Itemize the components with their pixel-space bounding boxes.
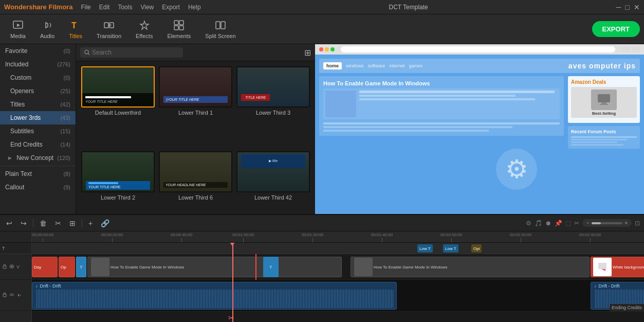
minimize-button[interactable]: ─ [616,3,621,11]
clip-day[interactable]: Day [32,257,58,277]
recent-posts [323,122,560,132]
audio-eye-icon[interactable] [9,292,14,299]
audio-label-1: Drift - Drift [40,283,61,289]
redo-button[interactable]: ↪ [19,218,29,228]
sidebar-item-custom[interactable]: Custom (0) [0,71,76,84]
audio-lock-icon[interactable] [2,292,7,299]
delete-button[interactable]: 🗑 [38,218,49,228]
svg-rect-2 [104,23,108,28]
clip-thumbnail [354,258,373,276]
product-mockup: Best-Selling [591,90,617,116]
menu-view[interactable]: View [140,4,154,11]
cut-line [255,254,256,280]
sidebar-item-subtitles[interactable]: Subtitles (15) [0,124,76,138]
menu-help[interactable]: Help [188,4,201,11]
sidebar-item-lower3rds[interactable]: Lower 3rds (43) [0,111,76,124]
menu-file[interactable]: File [81,4,90,11]
zoom-out-button[interactable]: − [586,220,590,226]
clip-second-video[interactable]: How To Enable Game Mode In Windows [351,257,590,277]
add-track-button[interactable]: + [86,218,95,228]
window-controls: ─ □ ✕ [616,3,640,11]
maximize-button[interactable]: □ [625,3,630,11]
zoom-in-button[interactable]: + [624,220,628,226]
sidebar-item-titles[interactable]: Titles (42) [0,98,76,111]
best-selling-label: Best-Selling [592,111,616,116]
clip-blue-small[interactable]: T [263,257,279,277]
svg-rect-7 [174,26,178,30]
search-box[interactable] [80,47,183,58]
text-line [359,91,555,93]
tool-elements[interactable]: Elements [161,17,197,41]
track-label-titles: T [0,243,31,254]
text-line [323,126,512,128]
fit-button[interactable]: ⊡ [635,220,640,227]
svg-rect-5 [174,21,178,25]
clip-op[interactable]: Op [59,257,75,277]
image-placeholder [325,91,356,117]
export-button[interactable]: EXPORT [592,21,640,37]
elements-icon [173,20,185,31]
article-column: How To Enable Game Mode In Windows [319,76,564,149]
sidebar-item-plain-text[interactable]: Plain Text (8) [0,167,76,181]
zoom-control: − + [582,219,632,227]
search-input[interactable] [92,49,179,56]
tool-media[interactable]: Media [4,17,32,41]
tool-titles[interactable]: T Titles [63,17,88,41]
thumbnail-preview: YOUR TITLE HERE [81,66,155,108]
article-image [323,88,560,119]
zoom-slider[interactable] [592,222,622,224]
menu-export[interactable]: Export [162,4,180,11]
audio-clip-1[interactable]: ♪ Drift - Drift [32,282,397,310]
sidebar-item-callout[interactable]: Callout (9) [0,181,76,194]
thumbnail-preview: ▶ title [236,151,310,192]
timeline-tracks: T V [0,243,644,322]
clip-white-bg[interactable]: White background [591,257,644,277]
title-bar: Wondershare Filmora File Edit Tools View… [0,0,644,14]
thumbnail-preview: |YOUR TITLE HERE [159,66,232,108]
maximize-dot [330,47,335,51]
title-chip-1[interactable]: Low T [417,244,433,253]
grid-view-icon[interactable]: ⊞ [304,48,311,58]
settings-icon: ⚙ [526,220,531,227]
list-item[interactable]: YOUR TITLE HERE Default Lowerthird [81,66,155,147]
ruler-mark: 00:00:20:00 [101,232,123,242]
tool-transition[interactable]: Transition [90,17,127,41]
clip-t[interactable]: T [76,257,86,277]
sidebar-item-new-concept[interactable]: ▶ New Concept (120) [0,151,76,165]
text-line [323,130,489,132]
menu-edit[interactable]: Edit [99,4,110,11]
link-button[interactable]: 🔗 [99,218,112,228]
browser-bar [315,44,644,55]
undo-button[interactable]: ↩ [4,218,14,228]
title-chip-3[interactable]: Opi [471,244,482,253]
svg-marker-21 [601,269,605,271]
close-button[interactable]: ✕ [634,3,640,11]
menu-tools[interactable]: Tools [118,4,132,11]
svg-rect-15 [600,104,608,105]
record-icon: ⏺ [545,220,551,227]
sidebar-item-included[interactable]: Included (276) [0,58,76,71]
browser-btn [632,46,640,52]
cut-button[interactable]: ✂ [53,218,63,228]
title-overlay-strip: Low T Low T Opi [32,243,644,254]
list-item[interactable]: |YOUR TITLE HERE Lower Third 1 [159,66,232,147]
audio-track-row: ♪ Drift - Drift ♪ Drift - Drift Ending C… [32,280,644,312]
tool-audio[interactable]: Audio [34,17,61,41]
tool-effects[interactable]: Effects [130,17,159,41]
title-chip-2[interactable]: Low T [443,244,458,253]
tool-split-screen[interactable]: Split Screen [199,17,242,41]
align-button[interactable]: ⊞ [67,218,78,228]
playhead-scissors[interactable]: ✂ [228,314,234,322]
article-body [356,91,558,102]
svg-rect-3 [109,23,114,28]
text-line [323,122,560,124]
track-eye-icon[interactable] [9,263,14,271]
sidebar-item-favorite[interactable]: Favorite (0) [0,44,76,58]
ruler-mark: 00:02:40:00 [579,232,601,242]
sidebar-item-end-credits[interactable]: End Credits (14) [0,138,76,151]
clip-main-video[interactable]: How To Enable Game Mode In Windows [87,257,342,277]
list-item[interactable]: TITLE HERE Lower Third 3 [236,66,310,147]
sidebar-item-openers[interactable]: Openers (25) [0,84,76,98]
track-lock-icon[interactable] [2,263,7,271]
close-dot [319,47,323,51]
